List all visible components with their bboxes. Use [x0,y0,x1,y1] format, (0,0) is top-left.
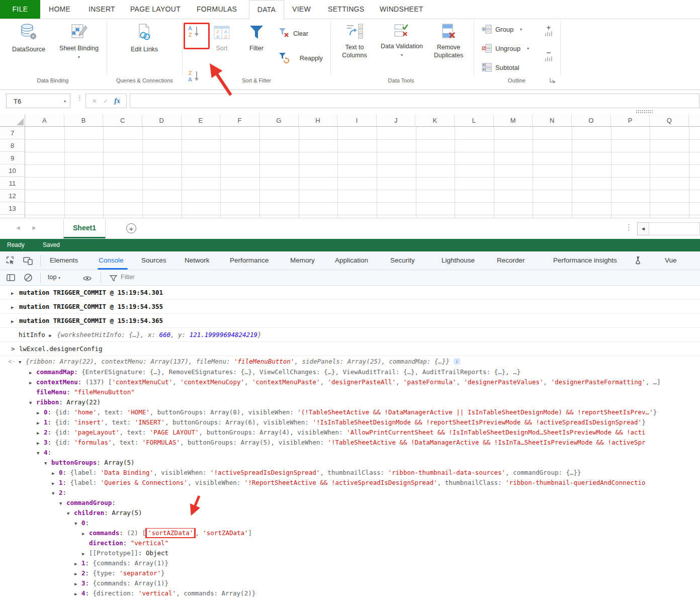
tab-strip-handle-icon[interactable]: ⋮ [625,223,633,232]
column-header-H[interactable]: H [299,115,338,127]
expand-triangle-icon[interactable]: ▶ [52,478,59,488]
devtools-tab-console[interactable]: Console [99,251,124,270]
column-header-I[interactable]: I [337,115,377,127]
devtools-tab-performance[interactable]: Performance [230,251,269,270]
devtools-tab-elements[interactable]: Elements [50,251,78,270]
expand-triangle-icon[interactable]: ▶ [37,438,44,448]
ungroup-rows-button[interactable] [482,43,492,55]
expand-triangle-icon[interactable]: ▶ [37,418,44,428]
outline-dialog-launcher[interactable] [549,76,556,86]
name-box[interactable]: T6 ▾ [6,94,70,108]
insert-function-icon[interactable]: fx [114,97,120,105]
group-rows-button[interactable] [482,24,492,36]
row-header-11[interactable]: 11 [0,177,25,190]
row-header-12[interactable]: 12 [0,190,25,202]
data-validation-button[interactable]: Data Validation ▾ [379,23,425,59]
devtools-tab-network[interactable]: Network [185,251,210,270]
sheet-nav-left-icon[interactable]: ◄ [15,224,21,231]
column-header-C[interactable]: C [103,115,142,127]
column-header-L[interactable]: L [455,115,494,127]
datasource-button[interactable]: DataSource [6,23,51,53]
hscroll-left-button[interactable]: ◄ [637,222,649,235]
expand-triangle-icon[interactable]: ▶ [82,529,89,538]
column-header-N[interactable]: N [533,115,572,127]
ungroup-label[interactable]: Ungroup [495,45,520,52]
column-header-Q[interactable]: Q [650,115,689,127]
tab-view[interactable]: VIEW [292,0,311,19]
edit-links-button[interactable]: Edit Links [119,23,169,53]
collapse-triangle-icon[interactable]: ▼ [74,519,81,528]
devtools-tab-memory[interactable]: Memory [290,251,315,270]
sheet-nav-right-icon[interactable]: ► [31,224,37,231]
formula-bar-handle-icon[interactable]: ⋮ [76,94,83,102]
tab-windsheet[interactable]: WINDSHEET [380,0,423,19]
formula-input[interactable] [130,94,699,108]
row-header-10[interactable]: 10 [0,164,25,177]
sidebar-toggle-icon[interactable] [7,274,15,284]
tab-formulas[interactable]: FORMULAS [197,0,237,19]
chevron-down-icon[interactable]: ▾ [64,94,66,109]
column-header-E[interactable]: E [182,115,221,127]
devtools-tab-vue[interactable]: Vue [665,251,677,270]
clear-console-icon[interactable] [24,273,33,284]
column-header-D[interactable]: D [142,115,182,127]
column-header-O[interactable]: O [572,115,611,127]
hide-detail-button[interactable] [544,50,553,64]
hscroll-track[interactable] [649,222,700,235]
column-header-F[interactable]: F [220,115,259,127]
console-filter-input[interactable]: Filter [121,274,135,281]
chevron-down-icon[interactable]: ▾ [527,46,529,51]
row-header-13[interactable]: 13 [0,202,25,215]
tab-file[interactable]: FILE [0,0,40,19]
devtools-tab-security[interactable]: Security [390,251,415,270]
expand-triangle-icon[interactable]: ▶ [74,589,81,598]
expand-triangle-icon[interactable]: ▶ [11,301,19,314]
tab-home[interactable]: HOME [49,0,70,19]
expand-triangle-icon[interactable]: ▶ [74,569,81,578]
column-header-K[interactable]: K [416,115,455,127]
row-header-8[interactable]: 8 [0,139,25,152]
context-selector[interactable]: top ▾ [48,274,60,281]
sheet-tab-sheet1[interactable]: Sheet1 [63,219,106,238]
spreadsheet-grid[interactable]: ABCDEFGHIJKLMNOPQ7891011121314 [0,115,700,218]
enter-icon[interactable]: ✓ [103,98,108,105]
expand-triangle-icon[interactable]: ▶ [11,315,19,328]
subtotal-button[interactable] [482,62,492,74]
live-expression-eye-icon[interactable] [83,275,92,284]
row-header-9[interactable]: 9 [0,152,25,164]
inspect-icon[interactable] [6,257,15,267]
row-header-7[interactable]: 7 [0,127,25,139]
sort-za-button[interactable]: Z A [187,69,202,86]
column-header-P[interactable]: P [611,115,650,127]
expand-triangle-icon[interactable]: ▶ [49,329,57,342]
expand-triangle-icon[interactable]: ▶ [74,559,81,568]
expand-triangle-icon[interactable]: ▶ [11,287,19,300]
column-header-M[interactable]: M [494,115,533,127]
group-label[interactable]: Group [495,26,513,33]
sheet-binding-button[interactable]: Sheet Binding ▾ [59,23,99,61]
subtotal-label[interactable]: Subtotal [495,64,519,71]
expand-triangle-icon[interactable]: ▶ [37,428,44,438]
chevron-down-icon[interactable]: ▾ [520,27,522,32]
devtools-tab-lighthouse[interactable]: Lighthouse [442,251,475,270]
select-all-corner[interactable] [0,115,25,127]
column-header-B[interactable]: B [64,115,104,127]
expand-triangle-icon[interactable]: ▶ [29,378,36,387]
clear-filter-label[interactable]: Clear [293,30,308,37]
devtools-tab-sources[interactable]: Sources [141,251,166,270]
collapse-triangle-icon[interactable]: ▼ [29,398,36,407]
text-to-columns-button[interactable]: Text to Columns [334,23,375,59]
tab-settings[interactable]: SETTINGS [328,0,364,19]
expand-triangle-icon[interactable]: ▶ [37,408,44,417]
column-header-J[interactable]: J [377,115,416,127]
collapse-triangle-icon[interactable]: ▼ [59,498,66,508]
show-detail-button[interactable] [544,25,553,39]
expand-triangle-icon[interactable]: ▶ [74,579,81,588]
device-toolbar-icon[interactable] [23,257,33,267]
expand-triangle-icon[interactable]: ▶ [29,368,36,377]
devtools-tab-application[interactable]: Application [335,251,368,270]
collapse-triangle-icon[interactable]: ▼ [52,488,59,498]
tab-page-layout[interactable]: PAGE LAYOUT [130,0,181,19]
split-handle[interactable] [636,110,653,113]
collapse-triangle-icon[interactable]: ▼ [67,508,74,518]
